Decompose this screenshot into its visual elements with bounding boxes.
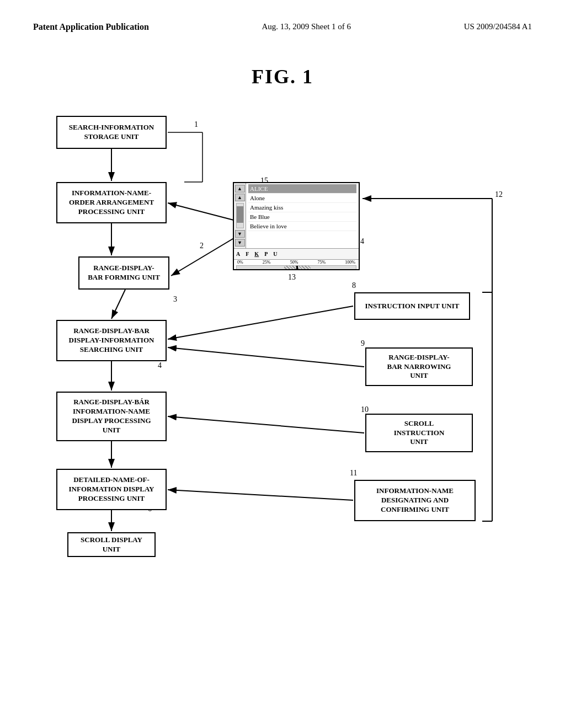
box-range-display-name: RANGE-DISPLAY-BÁR INFORMATION-NAME DISPL… (56, 392, 167, 441)
list-item-alone[interactable]: Alone (248, 194, 356, 203)
box-scroll-display: SCROLL DISPLAY UNIT (67, 532, 156, 557)
ui-display-mockup: ▲ ▲ ▼ ▼ ALICE Alone Amazing kiss Be Blue (233, 182, 360, 270)
label-8: 8 (352, 281, 356, 290)
list-item-believe-in-love[interactable]: Believe in love (248, 222, 356, 231)
header-left: Patent Application Publication (33, 22, 149, 32)
label-10: 10 (361, 405, 369, 414)
progress-track (236, 265, 356, 270)
header-right: US 2009/204584 A1 (464, 22, 532, 31)
label-12: 12 (495, 190, 503, 199)
box-detailed-name-display: DETAILED-NAME-OF- INFORMATION DISPLAY PR… (56, 469, 167, 510)
list-item-alice[interactable]: ALICE (248, 184, 356, 194)
label-2: 2 (200, 242, 204, 250)
box-range-display-narrowing: RANGE-DISPLAY- BAR NARROWING UNIT (365, 347, 473, 386)
alpha-f[interactable]: F (246, 251, 249, 257)
diagram-area: 1 2 3 4 5 6 7 8 9 10 11 12 15 14 13 SEAR… (45, 110, 520, 579)
label-13: 13 (288, 273, 296, 282)
alpha-a[interactable]: A (236, 251, 240, 257)
progress-75: 75% (317, 260, 326, 265)
label-1: 1 (194, 120, 198, 129)
svg-line-8 (168, 203, 236, 221)
list-item-amazing-kiss[interactable]: Amazing kiss (248, 203, 356, 212)
progress-50: 50% (290, 260, 299, 265)
svg-line-4 (111, 290, 125, 319)
scroll-down-btn[interactable]: ▼ (235, 230, 245, 238)
list-item-be-blue[interactable]: Be Blue (248, 212, 356, 222)
scroll-up-top-btn[interactable]: ▲ (235, 185, 245, 192)
label-11: 11 (350, 469, 357, 478)
scroll-thumb (237, 206, 243, 223)
svg-line-12 (168, 416, 364, 433)
box-instruction-input: INSTRUCTION INPUT UNIT (354, 292, 470, 320)
alpha-u[interactable]: U (273, 251, 277, 257)
scroll-up-btn[interactable]: ▲ (235, 194, 245, 201)
label-4: 4 (158, 361, 162, 370)
label-3: 3 (173, 295, 177, 304)
box-search-info-storage: SEARCH-INFORMATION STORAGE UNIT (56, 116, 167, 149)
box-info-name-order: INFORMATION-NAME- ORDER ARRANGEMENT PROC… (56, 182, 167, 223)
box-info-name-designating: INFORMATION-NAME DESIGNATING AND CONFIRM… (354, 480, 476, 521)
svg-line-10 (168, 306, 353, 339)
figure-title: FIG. 1 (33, 65, 532, 88)
ui-progress-bar: 0% 25% 50% 75% 100% (234, 259, 359, 269)
box-range-display-searching: RANGE-DISPLAY-BAR DISPLAY-INFORMATION SE… (56, 320, 167, 361)
box-scroll-instruction: SCROLL INSTRUCTION UNIT (365, 414, 473, 452)
scroll-track (236, 203, 244, 228)
svg-line-11 (168, 347, 364, 367)
label-9: 9 (361, 339, 365, 348)
alpha-k[interactable]: K (254, 251, 259, 257)
ui-scrollbar: ▲ ▲ ▼ ▼ (234, 183, 246, 248)
alpha-p[interactable]: P (264, 251, 268, 257)
box-range-display-forming: RANGE-DISPLAY- BAR FORMING UNIT (78, 256, 169, 290)
progress-100: 100% (345, 260, 355, 265)
ui-list-items: ALICE Alone Amazing kiss Be Blue Believe… (246, 183, 359, 248)
progress-0: 0% (237, 260, 243, 265)
header-center: Aug. 13, 2009 Sheet 1 of 6 (262, 22, 351, 31)
ui-alphabet-bar: A F K P U (234, 248, 359, 259)
progress-25: 25% (263, 260, 271, 265)
svg-line-13 (168, 490, 353, 500)
scroll-down-bottom-btn[interactable]: ▼ (235, 239, 245, 247)
